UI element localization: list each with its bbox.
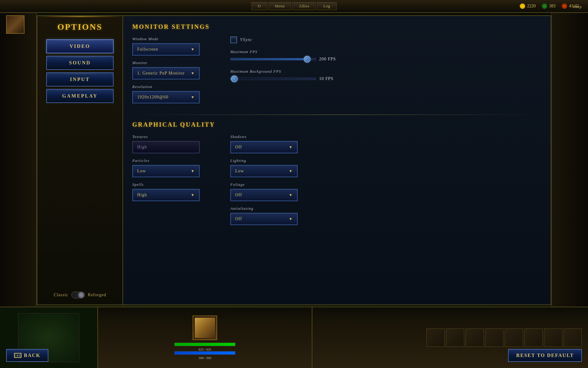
window-mode-arrow: ▼	[191, 47, 195, 52]
max-bg-fps-slider-row: 10 FPS	[230, 76, 541, 81]
textures-wrapper: Textures High	[132, 134, 218, 153]
gameplay-button[interactable]: GAMEPLAY	[46, 89, 114, 103]
lighting-label: Lighting	[230, 158, 541, 163]
antialiasing-label: Antialiasing	[230, 206, 541, 211]
max-fps-fill	[231, 58, 307, 60]
gold-value: 2220	[527, 4, 536, 9]
max-bg-fps-container: Maximum Background FPS 10 FPS	[230, 69, 541, 81]
options-title: OPTIONS	[57, 22, 102, 32]
spells-value: High	[137, 193, 147, 197]
hud-tab-log[interactable]: Log	[317, 2, 337, 10]
max-bg-fps-label: Maximum Background FPS	[230, 69, 541, 74]
action-btn-7[interactable]	[544, 328, 562, 347]
back-label: BACK	[24, 353, 40, 358]
action-btn-3[interactable]	[466, 328, 484, 347]
options-panel: OPTIONS VIDEO SOUND INPUT GAMEPLAY Class…	[37, 15, 551, 305]
quality-col-left: Textures High Particles Low ▼ Spells Hi	[132, 134, 218, 230]
resolution-wrapper: Resolution 588x368@60 ▼	[132, 84, 218, 103]
action-btn-2[interactable]	[446, 328, 464, 347]
shadows-label: Shadows	[230, 134, 541, 139]
monitor-label: Monitor	[132, 60, 218, 65]
lighting-dropdown[interactable]: Low ▼	[230, 165, 298, 177]
lighting-arrow: ▼	[289, 169, 293, 174]
monitor-settings-layout: Window Mode Fullscreen ▼ Monitor 1. Gene…	[132, 36, 541, 108]
window-mode-value: Fullscreen	[137, 47, 158, 52]
quality-col-right: Shadows Off ▼ Lighting Low ▼ Foliage	[230, 134, 541, 230]
wood-icon	[542, 3, 547, 9]
hero-portrait-top	[6, 15, 24, 34]
back-button[interactable]: ESC BACK	[6, 349, 48, 362]
shadows-wrapper: Shadows Off ▼	[230, 134, 541, 153]
hud-tab-menu[interactable]: Menu	[269, 2, 291, 10]
resolution-value: 588x368@60	[137, 95, 168, 100]
vsync-checkbox[interactable]	[230, 36, 237, 43]
quality-layout: Textures High Particles Low ▼ Spells Hi	[132, 134, 541, 230]
spells-label: Spells	[132, 182, 218, 187]
action-btn-1[interactable]	[426, 328, 445, 347]
vsync-row: VSync	[230, 36, 541, 43]
hp-text: 625 / 625	[174, 347, 236, 351]
window-mode-label: Window Mode	[132, 36, 218, 41]
textures-value: High	[137, 145, 147, 149]
monitor-arrow: ▼	[191, 71, 195, 76]
particles-label: Particles	[132, 158, 218, 163]
frame-left	[0, 13, 37, 307]
hero-portrait-bottom	[193, 316, 217, 340]
lighting-wrapper: Lighting Low ▼	[230, 158, 541, 177]
particles-dropdown[interactable]: Low ▼	[132, 165, 200, 177]
spells-dropdown[interactable]: High ▼	[132, 189, 200, 201]
max-fps-thumb[interactable]	[304, 56, 311, 63]
reset-button[interactable]: RESET TO DEFAULT	[508, 349, 582, 362]
antialiasing-arrow: ▼	[289, 217, 293, 221]
graphical-quality-title: GRAPHICAL QUALITY	[132, 121, 541, 128]
max-fps-track[interactable]	[230, 58, 316, 60]
window-mode-dropdown[interactable]: Fullscreen ▼	[132, 43, 200, 56]
max-bg-fps-thumb[interactable]	[231, 75, 238, 82]
input-button[interactable]: INPUT	[46, 72, 114, 86]
toggle-switch[interactable]	[71, 292, 85, 298]
resolution-arrow: ▼	[191, 95, 195, 100]
particles-arrow: ▼	[191, 169, 195, 174]
particles-value: Low	[137, 169, 146, 174]
action-btn-8[interactable]	[564, 328, 582, 347]
shadows-dropdown[interactable]: Off ▼	[230, 141, 298, 153]
resolution-dropdown[interactable]: 588x368@60 ▼	[132, 91, 200, 103]
video-button[interactable]: VIDEO	[46, 39, 114, 53]
hud-tab-allies[interactable]: Allies	[292, 2, 316, 10]
max-bg-fps-value: 10 FPS	[319, 76, 341, 81]
action-btn-4[interactable]	[485, 328, 503, 347]
monitor-wrapper: Monitor 1. Generic PnP Monitor ▼	[132, 60, 218, 79]
monitor-col-right: VSync Maximum FPS 200 FPS Maximum Backgr…	[230, 36, 541, 108]
particles-wrapper: Particles Low ▼	[132, 158, 218, 177]
frame-right	[551, 13, 588, 307]
monitor-dropdown[interactable]: 1. Generic PnP Monitor ▼	[132, 67, 200, 79]
foliage-dropdown[interactable]: Off ▼	[230, 189, 298, 201]
foliage-wrapper: Foliage Off ▼	[230, 182, 541, 201]
wood-value: 383	[549, 4, 556, 9]
sound-button[interactable]: SOUND	[46, 56, 114, 70]
classic-label: Classic	[54, 293, 68, 297]
esc-icon: ESC	[14, 353, 21, 358]
shadows-arrow: ▼	[289, 145, 293, 150]
max-bg-fps-track[interactable]	[230, 78, 316, 80]
toggle-knob	[78, 292, 84, 298]
hud-tab-objectives[interactable]: O	[251, 2, 267, 10]
action-btn-6[interactable]	[524, 328, 543, 347]
options-content: MONITOR SETTINGS Window Mode Fullscreen …	[123, 15, 551, 305]
options-sidebar: OPTIONS VIDEO SOUND INPUT GAMEPLAY Class…	[37, 15, 123, 305]
textures-field: High	[132, 141, 200, 153]
antialiasing-dropdown[interactable]: Off ▼	[230, 213, 298, 225]
hud-resources: 2220 383 41/42 keep	[520, 3, 579, 9]
resolution-label: Resolution	[132, 84, 218, 89]
gold-icon	[520, 3, 525, 9]
separator-1	[132, 114, 541, 115]
mana-text: 390 / 390	[174, 356, 236, 360]
foliage-value: Off	[235, 193, 242, 197]
food-icon	[562, 3, 567, 9]
action-btn-5[interactable]	[505, 328, 523, 347]
monitor-col-left: Window Mode Fullscreen ▼ Monitor 1. Gene…	[132, 36, 218, 108]
foliage-label: Foliage	[230, 182, 541, 187]
keep-label: keep	[573, 4, 582, 9]
antialiasing-value: Off	[235, 217, 242, 221]
mana-fill	[175, 351, 235, 355]
